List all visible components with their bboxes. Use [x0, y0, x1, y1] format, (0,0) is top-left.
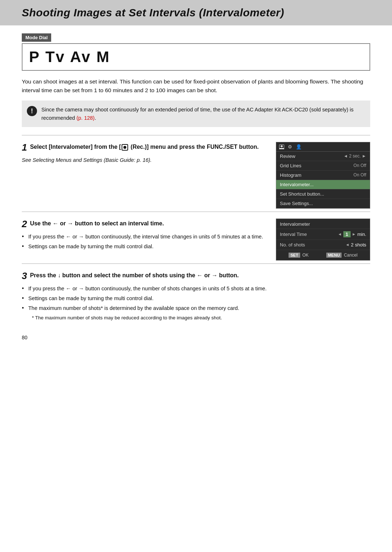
- menu-item-histogram-label: Histogram: [280, 172, 301, 178]
- menu-item-intervalometer-label: Intervalometer...: [280, 182, 314, 187]
- step-2-left: 2 Use the ← or → button to select an int…: [22, 218, 267, 252]
- camera-tab-camera: [279, 144, 284, 149]
- warning-link[interactable]: (p. 128): [77, 115, 95, 121]
- menu-btn-label: MENU: [326, 253, 342, 258]
- menu-item-review-label: Review: [280, 154, 295, 159]
- menu-item-histogram-value: On Off: [354, 172, 366, 177]
- rec-icon: [122, 144, 128, 151]
- interval-time-value: ◄ 1 ► min.: [338, 231, 366, 237]
- step-1-left: 1 Select [Intervalometer] from the [ (Re…: [22, 142, 267, 166]
- page-title: Shooting Images at Set Intervals (Interv…: [22, 7, 370, 19]
- page-number: 80: [22, 335, 370, 340]
- page-wrapper: Shooting Images at Set Intervals (Interv…: [0, 0, 392, 552]
- interval-time-label: Interval Time: [280, 232, 307, 237]
- menu-item-gridlines: Grid Lines On Off: [276, 161, 370, 171]
- section-divider-1: [22, 135, 370, 135]
- step-1-heading-block: 1 Select [Intervalometer] from the [ (Re…: [22, 142, 267, 153]
- menu-item-gridlines-label: Grid Lines: [280, 163, 301, 168]
- step-3-heading: Press the ↓ button and select the number…: [30, 272, 239, 278]
- menu-item-review: Review ◄ 2 sec. ►: [276, 152, 370, 161]
- step-2-number: 2: [22, 218, 27, 229]
- shots-unit: shots: [355, 242, 366, 248]
- step-2-bullet-2: Settings can be made by turning the mult…: [22, 242, 267, 251]
- step-1-section: 1 Select [Intervalometer] from the [ (Re…: [22, 142, 370, 209]
- mode-text: P Tv Av M: [29, 48, 110, 65]
- menu-item-shortcut-label: Set Shortcut button...: [280, 191, 324, 197]
- set-btn-label: SET: [289, 253, 300, 258]
- menu-item-gridlines-value: On Off: [354, 163, 366, 168]
- shots-number: 2: [351, 242, 354, 248]
- step-3-footnote: * The maximum number of shots may be red…: [32, 314, 370, 322]
- camera-menu: ⚙ 👤 Review ◄ 2 sec. ► Grid Lines On Off …: [276, 142, 370, 209]
- shots-arrow-left-icon: ◄: [346, 242, 350, 247]
- menu-item-intervalometer: Intervalometer...: [276, 180, 370, 189]
- step-2-right: Intervalometer Interval Time ◄ 1 ► min. …: [276, 218, 370, 261]
- step-1-right: ⚙ 👤 Review ◄ 2 sec. ► Grid Lines On Off …: [276, 142, 370, 209]
- intervalometer-screen: Intervalometer Interval Time ◄ 1 ► min. …: [276, 218, 370, 261]
- warning-box: ! Since the camera may shoot continuousl…: [22, 101, 370, 127]
- warning-icon: !: [27, 106, 37, 116]
- warning-text: Since the camera may shoot continuously …: [41, 106, 364, 122]
- intro-paragraph: You can shoot images at a set interval. …: [22, 77, 370, 95]
- mode-dial-label: Mode Dial: [22, 33, 51, 42]
- title-bar: Shooting Images at Set Intervals (Interv…: [0, 0, 392, 25]
- section-divider-3: [22, 263, 370, 264]
- step-1-number: 1: [22, 142, 27, 153]
- step-3-bullet-2: Settings can be made by turning the mult…: [22, 294, 370, 303]
- step-1-sub-italic2: Guide: [120, 157, 134, 163]
- person-icon: 👤: [296, 144, 302, 150]
- arrow-left-icon: ◄: [338, 232, 342, 236]
- step-3-heading-block: 3 Press the ↓ button and select the numb…: [22, 270, 370, 282]
- shots-label: No. of shots: [280, 242, 305, 248]
- warning-text-after: .: [95, 115, 96, 121]
- step-3-bullets: If you press the ← or → button continuou…: [22, 285, 370, 313]
- step-2-bullet-1: If you press the ← or → button continuou…: [22, 233, 267, 241]
- step-3-bullet-3: The maximum number of shots* is determin…: [22, 304, 370, 312]
- set-btn: SET OK: [289, 253, 309, 258]
- wrench-icon: ⚙: [288, 144, 292, 150]
- interval-time-unit: min.: [357, 232, 366, 237]
- menu-item-histogram: Histogram On Off: [276, 171, 370, 180]
- camera-tab-icon: [279, 144, 284, 148]
- menu-item-shortcut: Set Shortcut button...: [276, 189, 370, 199]
- intervalometer-footer: SET OK MENU Cancel: [276, 250, 370, 260]
- cancel-label: Cancel: [344, 253, 357, 258]
- menu-item-review-value: ◄ 2 sec. ►: [344, 154, 366, 159]
- interval-time-number: 1: [343, 231, 351, 237]
- intervalometer-row-shots: No. of shots ◄ 2 shots: [276, 240, 370, 250]
- step-2-section: 2 Use the ← or → button to select an int…: [22, 218, 370, 261]
- menu-btn: MENU Cancel: [326, 253, 358, 258]
- menu-item-save: Save Settings...: [276, 199, 370, 208]
- step-1-heading: Select [Intervalometer] from the [ (Rec.…: [30, 144, 259, 150]
- step-3-number: 3: [22, 270, 27, 281]
- camera-tab-wrench: ⚙: [288, 144, 292, 150]
- step-2-bullets: If you press the ← or → button continuou…: [22, 233, 267, 251]
- step-1-sub-italic: Selecting Menus and Settings: [33, 157, 102, 163]
- step-3-section: 3 Press the ↓ button and select the numb…: [22, 270, 370, 322]
- mode-box: P Tv Av M: [22, 43, 370, 71]
- menu-item-save-label: Save Settings...: [280, 201, 313, 206]
- shots-value: ◄ 2 shots: [346, 242, 366, 248]
- step-2-heading: Use the ← or → button to select an inter…: [30, 220, 164, 226]
- intervalometer-row-time: Interval Time ◄ 1 ► min.: [276, 229, 370, 240]
- step-2-heading-block: 2 Use the ← or → button to select an int…: [22, 218, 267, 230]
- arrow-right-icon: ►: [352, 232, 356, 236]
- step-3-bullet-1: If you press the ← or → button continuou…: [22, 285, 370, 293]
- step-1-sub: See Selecting Menus and Settings (Basic …: [22, 156, 267, 164]
- section-divider-2: [22, 212, 370, 212]
- camera-tab-person: 👤: [296, 144, 302, 150]
- camera-menu-tabs: ⚙ 👤: [276, 142, 370, 152]
- intervalometer-title: Intervalometer: [276, 219, 370, 229]
- ok-label: OK: [302, 253, 309, 258]
